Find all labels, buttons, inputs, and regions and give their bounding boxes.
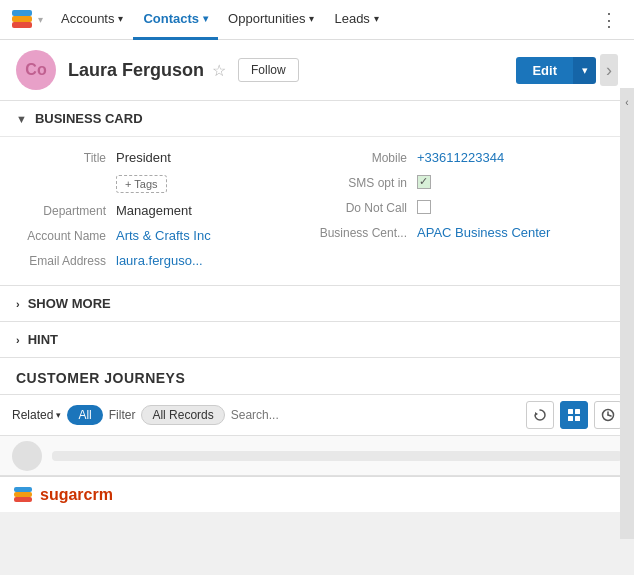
value-account-name[interactable]: Arts & Crafts Inc xyxy=(116,228,211,243)
app-container: ▾ Accounts ▾ Contacts ▾ Opportunities ▾ … xyxy=(0,0,634,575)
svg-line-10 xyxy=(608,415,611,416)
contacts-arrow: ▾ xyxy=(203,13,208,24)
list-item-avatar xyxy=(12,441,42,471)
hint-label: HINT xyxy=(28,332,58,347)
contact-name: Laura Ferguson xyxy=(68,60,204,81)
sugarcrm-logo: sugarcrm xyxy=(12,484,113,506)
label-title: Title xyxy=(16,150,106,165)
sugarcrm-logo-icon xyxy=(12,484,34,506)
tags-button[interactable]: + Tags xyxy=(116,175,167,193)
filter-bar: Related ▾ All Filter All Records xyxy=(0,395,634,436)
footer: sugarcrm xyxy=(0,476,634,512)
scroll-area[interactable]: ▼ BUSINESS CARD Title President + Tags xyxy=(0,101,634,476)
follow-button[interactable]: Follow xyxy=(238,58,299,82)
field-do-not-call: Do Not Call xyxy=(317,195,618,220)
value-business-center[interactable]: APAC Business Center xyxy=(417,225,550,240)
edit-button-group: Edit ▾ xyxy=(516,57,596,84)
label-sms-opt-in: SMS opt in xyxy=(317,175,407,190)
svg-rect-4 xyxy=(568,409,573,414)
label-mobile: Mobile xyxy=(317,150,407,165)
accounts-arrow: ▾ xyxy=(118,13,123,24)
logo-area[interactable]: ▾ xyxy=(8,6,43,34)
customer-journeys-header: CUSTOMER JOURNEYS xyxy=(0,358,634,395)
business-card-chevron: ▼ xyxy=(16,113,27,125)
right-panel-toggle[interactable]: ‹ xyxy=(620,92,634,112)
contact-header: Co Laura Ferguson ☆ Follow Edit ▾ › xyxy=(0,40,634,101)
list-item-content xyxy=(52,451,622,461)
label-department: Department xyxy=(16,203,106,218)
sms-opt-in-checkbox[interactable] xyxy=(417,175,431,189)
sugarcrm-logo-text: sugarcrm xyxy=(40,486,113,504)
right-panel-indicator: ‹ xyxy=(620,88,634,539)
app-logo xyxy=(8,6,36,34)
svg-rect-6 xyxy=(568,416,573,421)
logo-dropdown-arrow[interactable]: ▾ xyxy=(38,14,43,25)
svg-rect-12 xyxy=(14,492,32,497)
refresh-button[interactable] xyxy=(526,401,554,429)
top-nav: ▾ Accounts ▾ Contacts ▾ Opportunities ▾ … xyxy=(0,0,634,40)
customer-journeys-title: CUSTOMER JOURNEYS xyxy=(16,370,185,386)
field-mobile: Mobile +33611223344 xyxy=(317,145,618,170)
nav-more-button[interactable]: ⋮ xyxy=(592,9,626,31)
svg-rect-2 xyxy=(12,10,32,16)
label-tags xyxy=(16,175,106,176)
svg-rect-5 xyxy=(575,409,580,414)
related-label: Related xyxy=(12,408,53,422)
edit-button[interactable]: Edit xyxy=(516,57,573,84)
show-more-section[interactable]: › SHOW MORE xyxy=(0,286,634,322)
hint-section[interactable]: › HINT xyxy=(0,322,634,358)
nav-leads[interactable]: Leads ▾ xyxy=(324,0,388,40)
filter-icons xyxy=(526,401,622,429)
business-card-section: ▼ BUSINESS CARD Title President + Tags xyxy=(0,101,634,286)
avatar: Co xyxy=(16,50,56,90)
value-title: President xyxy=(116,150,171,165)
nav-accounts[interactable]: Accounts ▾ xyxy=(51,0,133,40)
svg-rect-0 xyxy=(12,22,32,28)
favorite-star-icon[interactable]: ☆ xyxy=(212,61,226,80)
business-card-header[interactable]: ▼ BUSINESS CARD xyxy=(0,101,634,137)
grid-view-button[interactable] xyxy=(560,401,588,429)
svg-rect-13 xyxy=(14,487,32,492)
field-department: Department Management xyxy=(16,198,317,223)
business-card-title: BUSINESS CARD xyxy=(35,111,143,126)
opportunities-arrow: ▾ xyxy=(309,13,314,24)
panel-expand-button[interactable]: › xyxy=(600,54,618,86)
all-records-pill[interactable]: All Records xyxy=(141,405,224,425)
list-item xyxy=(0,436,634,476)
do-not-call-checkbox[interactable] xyxy=(417,200,431,214)
nav-contacts[interactable]: Contacts ▾ xyxy=(133,0,218,40)
leads-arrow: ▾ xyxy=(374,13,379,24)
svg-rect-7 xyxy=(575,416,580,421)
field-account-name: Account Name Arts & Crafts Inc xyxy=(16,223,317,248)
field-sms-opt-in: SMS opt in xyxy=(317,170,618,195)
label-do-not-call: Do Not Call xyxy=(317,200,407,215)
value-department: Management xyxy=(116,203,192,218)
search-input[interactable] xyxy=(231,408,520,422)
label-account-name: Account Name xyxy=(16,228,106,243)
fields-left: Title President + Tags Department Manage… xyxy=(16,145,317,273)
label-business-center: Business Cent... xyxy=(317,225,407,240)
value-email[interactable]: laura.ferguso... xyxy=(116,253,203,268)
value-mobile[interactable]: +33611223344 xyxy=(417,150,504,165)
field-email: Email Address laura.ferguso... xyxy=(16,248,317,273)
show-more-chevron: › xyxy=(16,298,20,310)
filter-label: Filter xyxy=(109,408,136,422)
field-tags: + Tags xyxy=(16,170,317,198)
field-title: Title President xyxy=(16,145,317,170)
edit-dropdown-button[interactable]: ▾ xyxy=(573,57,596,84)
business-card-fields: Title President + Tags Department Manage… xyxy=(0,137,634,285)
hint-chevron: › xyxy=(16,334,20,346)
all-pill[interactable]: All xyxy=(67,405,102,425)
svg-rect-11 xyxy=(14,497,32,502)
svg-rect-1 xyxy=(12,16,32,22)
related-dropdown-arrow: ▾ xyxy=(56,410,61,420)
label-email: Email Address xyxy=(16,253,106,268)
clock-button[interactable] xyxy=(594,401,622,429)
refresh-icon xyxy=(533,408,547,422)
nav-opportunities[interactable]: Opportunities ▾ xyxy=(218,0,324,40)
field-business-center: Business Cent... APAC Business Center xyxy=(317,220,618,245)
fields-right: Mobile +33611223344 SMS opt in Do Not Ca… xyxy=(317,145,618,273)
svg-marker-3 xyxy=(535,412,538,416)
related-dropdown[interactable]: Related ▾ xyxy=(12,408,61,422)
clock-icon xyxy=(601,408,615,422)
